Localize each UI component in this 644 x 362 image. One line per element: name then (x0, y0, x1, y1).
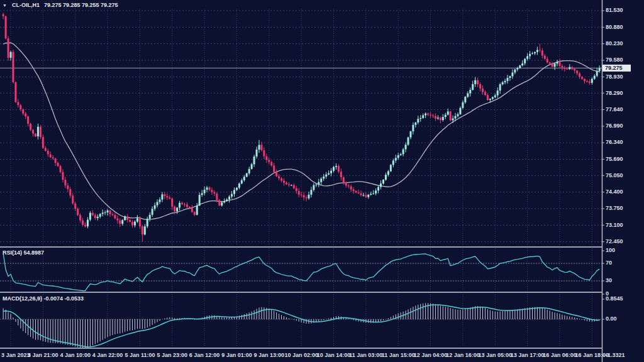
time-axis-labels[interactable]: 3 Jan 20233 Jan 21:004 Jan 10:004 Jan 22… (1, 352, 609, 358)
axis-label: 75.050 (606, 172, 623, 178)
time-axis-label: 13 Jan 17:00 (511, 352, 545, 358)
time-axis-label: 3 Jan 2023 (1, 352, 30, 358)
axis-label: 72.450 (606, 238, 623, 244)
time-axis-label: 6 Jan 12:00 (189, 352, 220, 358)
time-axis-label: 12 Jan 16:00 (446, 352, 480, 358)
axis-label: 30 (606, 277, 612, 283)
time-axis-label: 13 Jan 05:00 (478, 352, 512, 358)
macd-indicator-label: MACD(12,26,9) -0.0074 -0.0533 (3, 295, 84, 302)
symbol-period-label: CL-OIL,H1 (12, 2, 40, 8)
rsi-line (3, 253, 599, 290)
axis-label: 81.530 (606, 7, 623, 13)
time-axis-label: 9 Jan 01:00 (221, 352, 252, 358)
rsi-axis-labels: 10070300 (602, 247, 615, 297)
time-axis-label: 11 Jan 15:00 (382, 352, 415, 358)
axis-label: 80.230 (606, 40, 623, 47)
symbol-dropdown-icon[interactable]: ▼ (3, 3, 7, 8)
trading-chart-window: ▼ CL-OIL,H1 79.275 79.285 79.255 79.275 … (0, 0, 644, 362)
price-axis-labels: 81.53080.88080.23079.58078.93078.29077.6… (602, 7, 623, 244)
time-axis-label: 4 Jan 10:00 (60, 352, 91, 358)
current-price-tag: 79.275 (602, 65, 631, 72)
time-axis-label: 5 Jan 23:00 (157, 352, 187, 358)
time-axis-label: 12 Jan 04:00 (414, 352, 448, 358)
current-price-value: 79.275 (605, 65, 623, 71)
axis-label: 100 (606, 247, 615, 253)
chart-title-bar: ▼ CL-OIL,H1 79.275 79.285 79.255 79.275 (3, 2, 118, 8)
ohlc-readout: 79.275 79.285 79.255 79.275 (44, 2, 118, 8)
time-axis-label: 11 Jan 03:00 (349, 352, 382, 358)
axis-label: 76.340 (606, 139, 623, 145)
time-axis-label: 9 Jan 13:00 (254, 352, 285, 358)
time-axis-label: 16 Jan 06:00 (543, 352, 577, 358)
time-axis-label: 16 Jan 18:00 (575, 352, 609, 358)
axis-label: 76.990 (606, 123, 623, 129)
axis-label: 73.100 (606, 222, 623, 228)
axis-label: 0.00 (606, 315, 617, 322)
axis-label: 70 (606, 260, 612, 266)
rsi-indicator-label: RSI(14) 54.8987 (3, 250, 44, 256)
axis-label: 79.580 (606, 57, 623, 63)
axis-label: 78.290 (606, 90, 623, 96)
macd-axis-labels: 0.85450.00-1.3321 (602, 295, 625, 358)
macd-label-text: MACD(12,26,9) -0.0074 -0.0533 (3, 295, 84, 302)
axis-label: 78.930 (606, 74, 623, 80)
rsi-label-text: RSI(14) 54.8987 (3, 250, 44, 256)
time-axis-label: 3 Jan 21:00 (28, 352, 58, 358)
axis-label: 0.8545 (606, 295, 623, 302)
grid-lines (0, 9, 602, 347)
time-axis-label: 10 Jan 14:00 (317, 352, 351, 358)
axis-label: 74.400 (606, 189, 623, 195)
axis-label: 75.690 (606, 156, 623, 162)
axis-label: 77.640 (606, 106, 623, 112)
chart-canvas[interactable]: 81.53080.88080.23079.58078.93078.29077.6… (0, 0, 644, 362)
time-axis-label: 10 Jan 02:00 (284, 352, 318, 358)
time-axis-label: 4 Jan 22:00 (92, 352, 123, 358)
axis-label: 73.750 (606, 205, 623, 211)
time-axis-label: 5 Jan 11:00 (125, 352, 155, 358)
axis-label: 80.880 (606, 24, 623, 30)
